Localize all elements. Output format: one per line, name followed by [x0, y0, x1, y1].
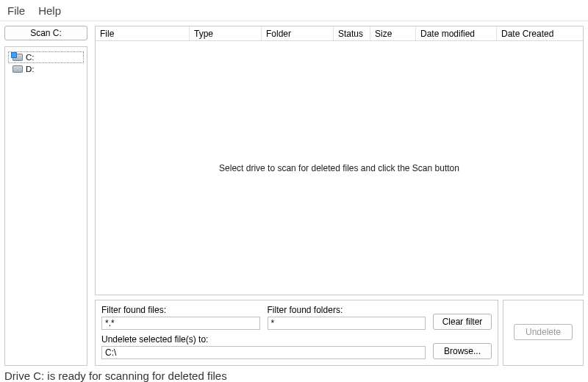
- filter-folders-label: Filter found folders:: [268, 305, 426, 315]
- col-folder[interactable]: Folder: [262, 26, 334, 40]
- col-size[interactable]: Size: [370, 26, 416, 40]
- undelete-path-input[interactable]: [101, 346, 426, 359]
- grid-placeholder: Select drive to scan for deleted files a…: [96, 41, 583, 295]
- menu-bar: File Help: [0, 0, 588, 21]
- drive-label: C:: [26, 53, 35, 62]
- col-status[interactable]: Status: [334, 26, 370, 40]
- results-grid: File Type Folder Status Size Date modifi…: [95, 26, 584, 295]
- undelete-path-label: Undelete selected file(s) to:: [101, 334, 426, 345]
- status-bar: Drive C: is ready for scanning for delet…: [0, 366, 588, 382]
- filter-panel: Filter found files: Filter found folders…: [95, 300, 498, 366]
- filter-folders-input[interactable]: [268, 317, 426, 330]
- undelete-panel: Undelete: [503, 300, 584, 366]
- clear-filter-button[interactable]: Clear filter: [433, 314, 492, 330]
- scan-button[interactable]: Scan C:: [4, 26, 87, 40]
- col-type[interactable]: Type: [190, 26, 262, 40]
- drive-tree: C: D:: [4, 46, 87, 366]
- drive-item-d[interactable]: D:: [8, 63, 84, 75]
- drive-icon: [12, 65, 23, 73]
- filter-files-input[interactable]: [101, 317, 260, 330]
- drive-label: D:: [26, 65, 35, 73]
- drive-item-c[interactable]: C:: [8, 51, 84, 63]
- col-date-modified[interactable]: Date modified: [416, 26, 497, 40]
- grid-header: File Type Folder Status Size Date modifi…: [96, 26, 583, 41]
- col-file[interactable]: File: [96, 26, 190, 40]
- menu-help[interactable]: Help: [38, 4, 61, 17]
- menu-file[interactable]: File: [7, 4, 25, 17]
- browse-button[interactable]: Browse...: [433, 343, 492, 359]
- filter-files-label: Filter found files:: [101, 305, 260, 315]
- drive-icon: [12, 54, 23, 61]
- undelete-button[interactable]: Undelete: [514, 324, 573, 340]
- col-date-created[interactable]: Date Created: [497, 26, 583, 40]
